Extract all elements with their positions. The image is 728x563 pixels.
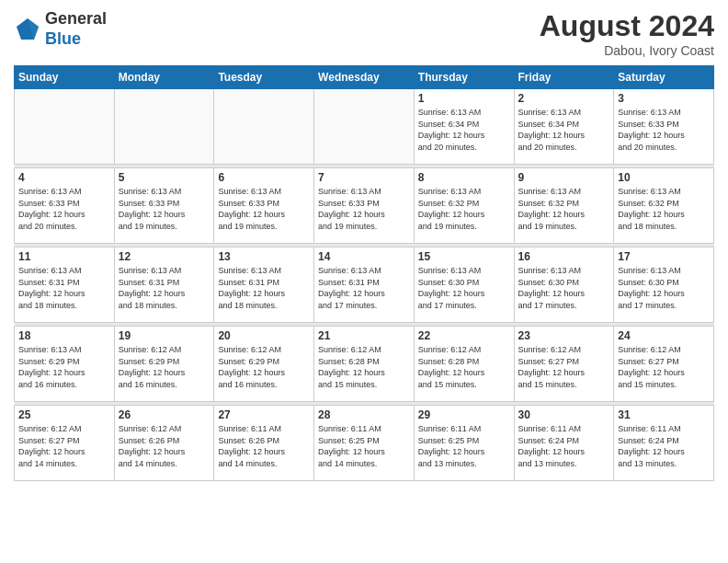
day-info: Sunrise: 6:13 AM Sunset: 6:32 PM Dayligh…	[518, 186, 610, 232]
week-row-4: 18Sunrise: 6:13 AM Sunset: 6:29 PM Dayli…	[15, 327, 714, 402]
week-row-1: 1Sunrise: 6:13 AM Sunset: 6:34 PM Daylig…	[15, 89, 714, 165]
day-info: Sunrise: 6:13 AM Sunset: 6:33 PM Dayligh…	[218, 186, 310, 232]
day-info: Sunrise: 6:11 AM Sunset: 6:25 PM Dayligh…	[318, 423, 410, 469]
header: General Blue August 2024 Dabou, Ivory Co…	[14, 9, 714, 58]
day-number: 30	[518, 408, 610, 421]
calendar-cell: 25Sunrise: 6:12 AM Sunset: 6:27 PM Dayli…	[15, 406, 115, 481]
calendar-cell: 16Sunrise: 6:13 AM Sunset: 6:30 PM Dayli…	[514, 247, 614, 323]
day-number: 20	[218, 329, 310, 342]
calendar-cell: 27Sunrise: 6:11 AM Sunset: 6:26 PM Dayli…	[214, 406, 314, 481]
calendar-cell: 2Sunrise: 6:13 AM Sunset: 6:34 PM Daylig…	[514, 89, 614, 165]
weekday-header-sunday: Sunday	[15, 66, 115, 89]
calendar-cell: 22Sunrise: 6:12 AM Sunset: 6:28 PM Dayli…	[414, 327, 514, 402]
day-number: 14	[318, 250, 410, 263]
calendar-cell: 1Sunrise: 6:13 AM Sunset: 6:34 PM Daylig…	[414, 89, 514, 165]
day-info: Sunrise: 6:12 AM Sunset: 6:29 PM Dayligh…	[218, 344, 310, 390]
day-info: Sunrise: 6:13 AM Sunset: 6:34 PM Dayligh…	[418, 107, 510, 153]
day-info: Sunrise: 6:13 AM Sunset: 6:31 PM Dayligh…	[218, 265, 310, 311]
day-info: Sunrise: 6:12 AM Sunset: 6:27 PM Dayligh…	[618, 344, 710, 390]
day-info: Sunrise: 6:12 AM Sunset: 6:29 PM Dayligh…	[119, 344, 210, 390]
day-number: 10	[618, 171, 710, 184]
day-number: 22	[418, 329, 510, 342]
calendar-cell: 8Sunrise: 6:13 AM Sunset: 6:32 PM Daylig…	[414, 168, 514, 244]
day-number: 13	[218, 250, 310, 263]
day-number: 15	[418, 250, 510, 263]
calendar-cell	[15, 89, 115, 165]
day-info: Sunrise: 6:12 AM Sunset: 6:26 PM Dayligh…	[119, 423, 210, 469]
day-info: Sunrise: 6:12 AM Sunset: 6:28 PM Dayligh…	[418, 344, 510, 390]
day-number: 29	[418, 408, 510, 421]
day-info: Sunrise: 6:11 AM Sunset: 6:25 PM Dayligh…	[418, 423, 510, 469]
calendar-table: SundayMondayTuesdayWednesdayThursdayFrid…	[14, 65, 714, 481]
title-area: August 2024 Dabou, Ivory Coast	[540, 9, 714, 58]
day-info: Sunrise: 6:13 AM Sunset: 6:33 PM Dayligh…	[618, 107, 710, 153]
day-number: 6	[218, 171, 310, 184]
day-info: Sunrise: 6:13 AM Sunset: 6:30 PM Dayligh…	[618, 265, 710, 311]
day-info: Sunrise: 6:13 AM Sunset: 6:33 PM Dayligh…	[318, 186, 410, 232]
weekday-header-monday: Monday	[114, 66, 214, 89]
day-info: Sunrise: 6:13 AM Sunset: 6:33 PM Dayligh…	[119, 186, 210, 232]
calendar-cell: 23Sunrise: 6:12 AM Sunset: 6:27 PM Dayli…	[514, 327, 614, 402]
day-info: Sunrise: 6:13 AM Sunset: 6:33 PM Dayligh…	[18, 186, 110, 232]
logo: General Blue	[14, 9, 107, 49]
day-number: 2	[518, 92, 610, 105]
calendar-cell: 4Sunrise: 6:13 AM Sunset: 6:33 PM Daylig…	[15, 168, 115, 244]
logo-general: General	[45, 9, 107, 28]
calendar-cell: 9Sunrise: 6:13 AM Sunset: 6:32 PM Daylig…	[514, 168, 614, 244]
logo-blue: Blue	[45, 29, 81, 48]
day-number: 26	[119, 408, 210, 421]
day-number: 18	[18, 329, 110, 342]
calendar-cell: 15Sunrise: 6:13 AM Sunset: 6:30 PM Dayli…	[414, 247, 514, 323]
day-number: 12	[119, 250, 210, 263]
month-title: August 2024	[540, 9, 714, 43]
calendar-cell: 5Sunrise: 6:13 AM Sunset: 6:33 PM Daylig…	[114, 168, 214, 244]
calendar-cell	[214, 89, 314, 165]
calendar-cell: 13Sunrise: 6:13 AM Sunset: 6:31 PM Dayli…	[214, 247, 314, 323]
day-number: 7	[318, 171, 410, 184]
day-info: Sunrise: 6:11 AM Sunset: 6:26 PM Dayligh…	[218, 423, 310, 469]
day-number: 17	[618, 250, 710, 263]
day-info: Sunrise: 6:11 AM Sunset: 6:24 PM Dayligh…	[518, 423, 610, 469]
calendar-cell: 6Sunrise: 6:13 AM Sunset: 6:33 PM Daylig…	[214, 168, 314, 244]
day-info: Sunrise: 6:12 AM Sunset: 6:27 PM Dayligh…	[18, 423, 110, 469]
calendar-cell: 18Sunrise: 6:13 AM Sunset: 6:29 PM Dayli…	[15, 327, 115, 402]
logo-icon	[14, 16, 41, 43]
day-info: Sunrise: 6:13 AM Sunset: 6:29 PM Dayligh…	[18, 344, 110, 390]
day-number: 4	[18, 171, 110, 184]
day-number: 11	[18, 250, 110, 263]
day-info: Sunrise: 6:13 AM Sunset: 6:31 PM Dayligh…	[119, 265, 210, 311]
day-number: 31	[618, 408, 710, 421]
week-row-3: 11Sunrise: 6:13 AM Sunset: 6:31 PM Dayli…	[15, 247, 714, 323]
calendar-cell	[314, 89, 415, 165]
calendar-cell: 28Sunrise: 6:11 AM Sunset: 6:25 PM Dayli…	[314, 406, 415, 481]
day-info: Sunrise: 6:13 AM Sunset: 6:32 PM Dayligh…	[418, 186, 510, 232]
day-number: 25	[18, 408, 110, 421]
day-number: 23	[518, 329, 610, 342]
day-info: Sunrise: 6:13 AM Sunset: 6:31 PM Dayligh…	[318, 265, 410, 311]
day-info: Sunrise: 6:13 AM Sunset: 6:31 PM Dayligh…	[18, 265, 110, 311]
day-number: 16	[518, 250, 610, 263]
day-number: 9	[518, 171, 610, 184]
week-row-5: 25Sunrise: 6:12 AM Sunset: 6:27 PM Dayli…	[15, 406, 714, 481]
day-number: 27	[218, 408, 310, 421]
weekday-header-friday: Friday	[514, 66, 614, 89]
calendar-cell: 26Sunrise: 6:12 AM Sunset: 6:26 PM Dayli…	[114, 406, 214, 481]
calendar-cell: 10Sunrise: 6:13 AM Sunset: 6:32 PM Dayli…	[614, 168, 714, 244]
day-info: Sunrise: 6:12 AM Sunset: 6:27 PM Dayligh…	[518, 344, 610, 390]
calendar-cell: 12Sunrise: 6:13 AM Sunset: 6:31 PM Dayli…	[114, 247, 214, 323]
calendar-cell: 31Sunrise: 6:11 AM Sunset: 6:24 PM Dayli…	[614, 406, 714, 481]
day-number: 5	[119, 171, 210, 184]
day-number: 24	[618, 329, 710, 342]
calendar-cell: 3Sunrise: 6:13 AM Sunset: 6:33 PM Daylig…	[614, 89, 714, 165]
calendar-cell	[114, 89, 214, 165]
calendar-cell: 7Sunrise: 6:13 AM Sunset: 6:33 PM Daylig…	[314, 168, 415, 244]
weekday-header-row: SundayMondayTuesdayWednesdayThursdayFrid…	[15, 66, 714, 89]
calendar-page: General Blue August 2024 Dabou, Ivory Co…	[0, 0, 728, 563]
day-number: 21	[318, 329, 410, 342]
day-number: 3	[618, 92, 710, 105]
day-info: Sunrise: 6:11 AM Sunset: 6:24 PM Dayligh…	[618, 423, 710, 469]
day-number: 8	[418, 171, 510, 184]
calendar-cell: 24Sunrise: 6:12 AM Sunset: 6:27 PM Dayli…	[614, 327, 714, 402]
day-number: 19	[119, 329, 210, 342]
day-info: Sunrise: 6:13 AM Sunset: 6:32 PM Dayligh…	[618, 186, 710, 232]
